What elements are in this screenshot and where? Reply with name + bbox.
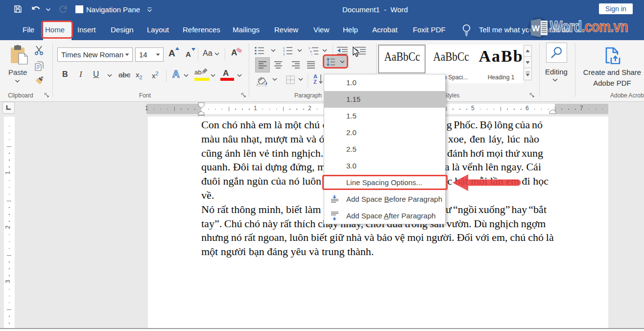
svg-text:1: 1 [309,47,310,49]
svg-text:W: W [532,24,540,33]
svg-text:3: 3 [283,53,285,56]
svg-text:2: 2 [283,49,285,52]
svg-text:i: i [311,53,312,55]
svg-text:1: 1 [283,47,285,49]
svg-text:a: a [310,50,312,53]
